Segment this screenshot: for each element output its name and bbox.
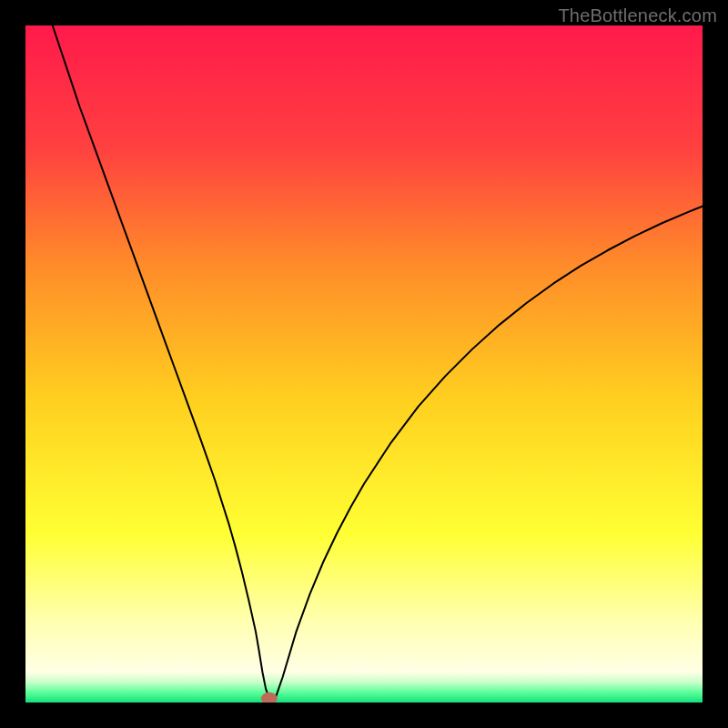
gradient-background bbox=[25, 25, 703, 703]
chart-frame: TheBottleneck.com bbox=[0, 0, 728, 728]
bottleneck-chart bbox=[25, 25, 703, 703]
plot-area bbox=[25, 25, 703, 703]
watermark-text: TheBottleneck.com bbox=[558, 5, 717, 26]
